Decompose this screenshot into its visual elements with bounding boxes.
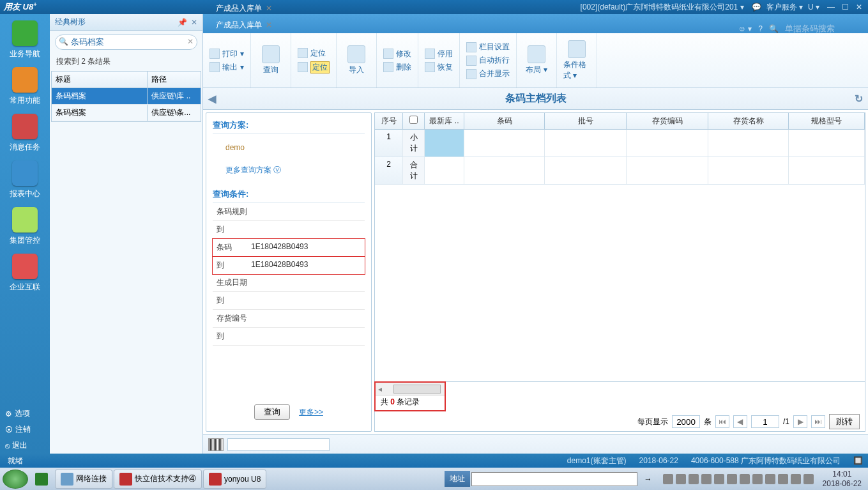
chat-icon[interactable]: 💬 xyxy=(752,3,761,11)
query-button[interactable]: 查询 xyxy=(257,45,284,75)
layout-button[interactable]: 布局 ▾ xyxy=(523,45,550,75)
refresh-icon[interactable]: ↻ xyxy=(855,93,863,105)
modify-button[interactable]: 修改 xyxy=(383,49,411,59)
query-submit-button[interactable]: 查询 xyxy=(254,404,290,420)
nav-item[interactable]: 报表中心 xyxy=(6,160,44,199)
taskbar: 网络连接 快立信技术支持④ yonyou U8 地址 → 14:012018-0… xyxy=(0,468,868,490)
grid-col-header[interactable]: 规格型号 xyxy=(789,113,865,129)
status-date: 2018-06-22 xyxy=(639,456,678,465)
grid-col-header[interactable]: 存货名称 xyxy=(708,113,789,129)
scheme-name[interactable]: demo xyxy=(225,143,365,152)
close-icon[interactable]: ✕ xyxy=(854,3,864,11)
col-header-path[interactable]: 路径 xyxy=(148,72,201,88)
cond-format-button[interactable]: 条件格式 ▾ xyxy=(563,40,590,81)
grid-col-header[interactable]: 批号 xyxy=(545,113,627,129)
condition-row[interactable]: 到 xyxy=(213,328,365,346)
nav-item[interactable]: 业务导航 xyxy=(6,20,44,59)
grid-col-header[interactable] xyxy=(403,113,425,129)
tree-row[interactable]: 条码档案供应链\条... xyxy=(52,105,201,121)
search-icon[interactable]: 🔍 xyxy=(769,24,779,33)
grid-col-header[interactable]: 条码 xyxy=(464,113,545,129)
taskbar-support[interactable]: 快立信技术支持④ xyxy=(114,470,202,489)
print-button[interactable]: 打印 ▾ xyxy=(209,49,244,59)
condition-row[interactable]: 条码1E180428B0493 xyxy=(212,238,365,257)
prev-page-button[interactable]: ◀ xyxy=(733,415,747,428)
condition-row[interactable]: 到1E180428B0493 xyxy=(212,256,365,275)
minimize-icon[interactable]: — xyxy=(826,3,836,11)
next-page-button[interactable]: ▶ xyxy=(793,415,807,428)
pin-icon[interactable]: 📌 xyxy=(178,18,187,27)
more-link[interactable]: 更多>> xyxy=(299,407,323,418)
nav-item[interactable]: 企业互联 xyxy=(6,254,44,293)
grid-col-header[interactable]: 序号 xyxy=(375,113,403,129)
barcode-bar xyxy=(203,434,868,454)
status-phone: 4006-600-588 广东阿博特数码纸业有限公司 xyxy=(691,456,841,466)
tree-row[interactable]: 条码档案供应链\库 .. xyxy=(52,88,201,105)
condition-row[interactable]: 到 xyxy=(213,292,365,310)
grid-col-header[interactable]: 存货编码 xyxy=(627,113,708,129)
page-input[interactable] xyxy=(751,415,779,428)
merge-button[interactable]: 合并显示 xyxy=(466,68,510,79)
clear-search-icon[interactable]: ✕ xyxy=(187,37,194,46)
nav-item[interactable]: 消息任务 xyxy=(6,114,44,153)
taskbar-network[interactable]: 网络连接 xyxy=(55,470,112,489)
panel-close-icon[interactable]: ✕ xyxy=(191,18,197,27)
per-page-input[interactable] xyxy=(672,415,700,428)
status-icon[interactable]: 🔲 xyxy=(853,456,863,465)
col-set-button[interactable]: 栏目设置 xyxy=(466,42,510,52)
select-all-checkbox[interactable] xyxy=(409,116,418,124)
exit-button[interactable]: ⎋ 退出 xyxy=(0,438,50,454)
address-input[interactable] xyxy=(471,472,637,486)
taskbar-yonyou[interactable]: yonyou U8 xyxy=(203,470,266,489)
tab-close-icon[interactable]: ✕ xyxy=(266,20,272,29)
tree-search-input[interactable] xyxy=(55,34,197,50)
maximize-icon[interactable]: ☐ xyxy=(840,3,850,11)
modify-icon xyxy=(383,49,393,59)
query-panel: 查询方案: demo 更多查询方案 ⓥ 查询条件: 条码规则到条码1E18042… xyxy=(206,112,372,432)
import-button[interactable]: 导入 xyxy=(343,45,370,75)
grid-col-header[interactable]: 最新库 .. xyxy=(425,113,464,129)
back-icon[interactable]: ◀ xyxy=(208,93,216,105)
first-page-button[interactable]: ⏮ xyxy=(715,415,729,428)
smiley-icon[interactable]: ☺ ▾ xyxy=(738,24,752,33)
condfmt-icon xyxy=(568,40,586,58)
u-button[interactable]: U ▾ xyxy=(808,3,819,11)
help-icon[interactable]: ? xyxy=(758,24,763,33)
grid-row[interactable]: 1小计 xyxy=(375,130,865,157)
col-header-title[interactable]: 标题 xyxy=(52,72,148,88)
start-button[interactable] xyxy=(3,470,28,489)
locate-button[interactable]: 定位 xyxy=(298,48,330,59)
options-button[interactable]: ⚙ 选项 xyxy=(0,406,50,422)
deactivate-button[interactable]: 停用 xyxy=(425,49,453,59)
tab-strip: 我的桌面条码主档列表✕产成品入库…✕产成品入库单✕产成品入库单✕ ☺ ▾ ? 🔍 xyxy=(203,14,868,33)
condition-row[interactable]: 条码规则 xyxy=(213,203,365,221)
logout-button[interactable]: ⦿ 注销 xyxy=(0,422,50,438)
customer-service[interactable]: 客户服务 ▾ xyxy=(766,2,803,13)
last-page-button[interactable]: ⏭ xyxy=(811,415,825,428)
clock[interactable]: 14:012018-06-22 xyxy=(819,470,865,488)
more-schemes[interactable]: 更多查询方案 ⓥ xyxy=(225,165,365,176)
condition-row[interactable]: 存货编号 xyxy=(213,310,365,328)
grid-row[interactable]: 2合计 xyxy=(375,157,865,185)
delete-button[interactable]: 删除 xyxy=(383,62,411,73)
output-button[interactable]: 输出 ▾ xyxy=(209,62,244,73)
condition-row[interactable]: 生成日期 xyxy=(213,274,365,292)
nav-item[interactable]: 常用功能 xyxy=(6,67,44,106)
company-selector[interactable]: [002](default)广东阿博特数码纸业有限公司201 ▾ xyxy=(581,2,744,13)
tab[interactable]: 产成品入库单✕ xyxy=(207,0,281,17)
system-tray[interactable] xyxy=(659,474,818,484)
tab-close-icon[interactable]: ✕ xyxy=(266,4,272,13)
jump-button[interactable]: 跳转 xyxy=(829,414,860,429)
locate-highlight[interactable]: 定位 xyxy=(298,61,330,73)
barcode-input[interactable] xyxy=(227,438,330,451)
restore-button[interactable]: 恢复 xyxy=(425,62,453,73)
tab[interactable]: 产成品入库单✕ xyxy=(207,17,281,33)
go-button[interactable]: → xyxy=(639,470,658,489)
nav-item[interactable]: 集团管控 xyxy=(6,207,44,246)
condition-row[interactable]: 到 xyxy=(213,221,365,239)
h-scrollbar[interactable]: ◂ xyxy=(376,383,445,395)
excel-icon[interactable] xyxy=(29,470,54,489)
layout-icon xyxy=(528,45,545,63)
barcode-search-input[interactable] xyxy=(785,24,862,33)
wrap-button[interactable]: 自动折行 xyxy=(466,55,510,66)
